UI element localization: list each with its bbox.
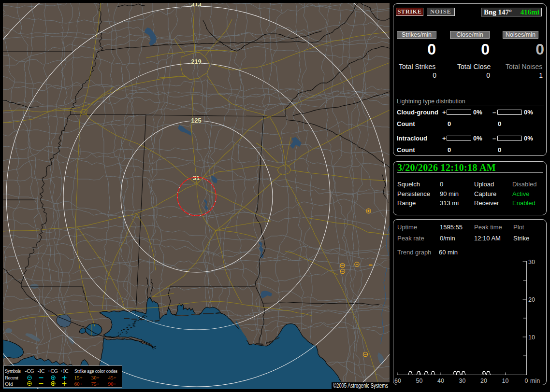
svg-text:30+: 30+ [91,375,99,380]
svg-text:Strike age color codes: Strike age color codes [74,368,117,374]
svg-text:-CG: -CG [25,368,34,374]
svg-text:20: 20 [528,296,535,303]
svg-text:60: 60 [394,378,401,384]
svg-text:60+: 60+ [74,381,82,387]
svg-text:15+: 15+ [74,375,82,380]
svg-text:30: 30 [459,378,466,384]
svg-text:50: 50 [416,378,423,384]
svg-text:20: 20 [480,378,487,384]
svg-text:min: min [530,378,540,384]
svg-text:-IC: -IC [38,368,45,374]
svg-text:125: 125 [191,117,202,124]
svg-text:Symbols: Symbols [5,368,21,374]
svg-text:75+: 75+ [91,381,99,387]
svg-text:10: 10 [528,334,535,341]
svg-text:40: 40 [437,378,444,384]
svg-text:0: 0 [525,378,528,384]
svg-text:+IC: +IC [60,368,68,374]
svg-text:Recent: Recent [5,375,18,380]
svg-text:+CG: +CG [47,368,58,374]
svg-text:313: 313 [191,3,202,8]
svg-text:10: 10 [502,378,509,384]
svg-text:45+: 45+ [108,375,116,380]
svg-text:©2005 Astrogenic Systems: ©2005 Astrogenic Systems [333,382,388,389]
svg-text:Old: Old [5,381,13,387]
svg-text:30: 30 [528,259,535,266]
svg-text:219: 219 [191,58,202,65]
svg-text:90+: 90+ [108,381,116,387]
